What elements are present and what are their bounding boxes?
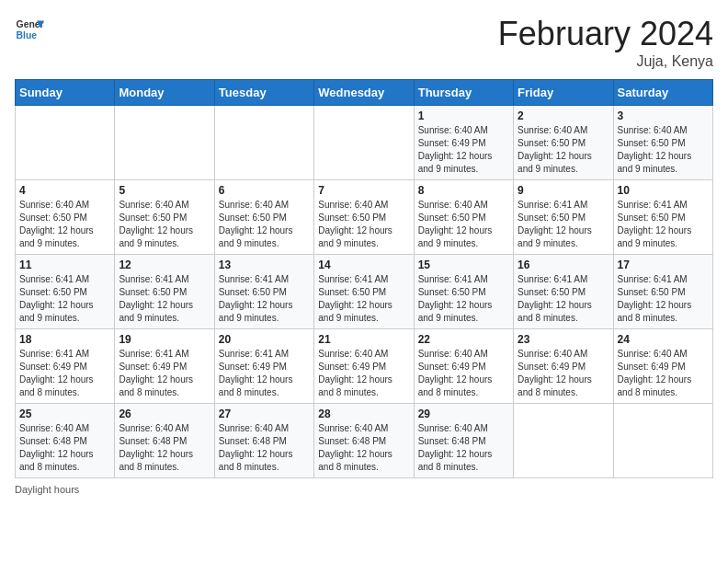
day-info: Sunrise: 6:40 AM Sunset: 6:48 PM Dayligh… [219,422,310,474]
calendar-cell: 1Sunrise: 6:40 AM Sunset: 6:49 PM Daylig… [414,106,513,180]
day-info: Sunrise: 6:40 AM Sunset: 6:48 PM Dayligh… [19,422,110,474]
calendar-cell: 8Sunrise: 6:40 AM Sunset: 6:50 PM Daylig… [414,180,513,255]
calendar-cell: 21Sunrise: 6:40 AM Sunset: 6:49 PM Dayli… [314,329,414,404]
header-friday: Friday [514,80,613,106]
calendar-cell: 27Sunrise: 6:40 AM Sunset: 6:48 PM Dayli… [214,404,313,478]
day-info: Sunrise: 6:40 AM Sunset: 6:50 PM Dayligh… [19,199,110,250]
header-saturday: Saturday [613,80,712,106]
calendar-table: SundayMondayTuesdayWednesdayThursdayFrid… [15,79,713,478]
calendar-cell: 15Sunrise: 6:41 AM Sunset: 6:50 PM Dayli… [414,255,513,329]
page-title: February 2024 [498,15,713,53]
day-number: 1 [418,109,509,122]
calendar-cell: 14Sunrise: 6:41 AM Sunset: 6:50 PM Dayli… [314,255,414,329]
day-number: 7 [318,184,409,197]
calendar-cell: 11Sunrise: 6:41 AM Sunset: 6:50 PM Dayli… [16,255,115,329]
calendar-cell: 28Sunrise: 6:40 AM Sunset: 6:48 PM Dayli… [314,404,414,478]
calendar-week-4: 18Sunrise: 6:41 AM Sunset: 6:49 PM Dayli… [16,329,713,404]
calendar-cell: 4Sunrise: 6:40 AM Sunset: 6:50 PM Daylig… [16,180,115,255]
calendar-cell [514,404,613,478]
day-info: Sunrise: 6:41 AM Sunset: 6:49 PM Dayligh… [19,348,110,399]
day-number: 20 [219,333,310,346]
day-number: 6 [219,184,310,197]
calendar-cell: 7Sunrise: 6:40 AM Sunset: 6:50 PM Daylig… [314,180,414,255]
day-info: Sunrise: 6:41 AM Sunset: 6:50 PM Dayligh… [19,273,110,325]
calendar-cell: 24Sunrise: 6:40 AM Sunset: 6:49 PM Dayli… [613,329,712,404]
calendar-week-2: 4Sunrise: 6:40 AM Sunset: 6:50 PM Daylig… [16,180,713,255]
day-info: Sunrise: 6:40 AM Sunset: 6:48 PM Dayligh… [418,422,509,474]
day-info: Sunrise: 6:41 AM Sunset: 6:50 PM Dayligh… [318,273,409,325]
day-info: Sunrise: 6:41 AM Sunset: 6:50 PM Dayligh… [219,273,310,325]
calendar-header-row: SundayMondayTuesdayWednesdayThursdayFrid… [16,80,713,106]
day-number: 15 [418,259,509,271]
day-number: 14 [318,259,409,271]
logo-icon: General Blue [15,15,44,44]
day-number: 2 [518,109,609,122]
day-number: 25 [19,408,110,420]
calendar-cell: 18Sunrise: 6:41 AM Sunset: 6:49 PM Dayli… [16,329,115,404]
calendar-cell: 20Sunrise: 6:41 AM Sunset: 6:49 PM Dayli… [214,329,313,404]
title-block: February 2024 Juja, Kenya [498,15,713,70]
page-header: General Blue February 2024 Juja, Kenya [15,15,713,70]
day-number: 4 [19,184,110,197]
calendar-cell: 16Sunrise: 6:41 AM Sunset: 6:50 PM Dayli… [514,255,613,329]
day-number: 29 [418,408,509,420]
calendar-cell: 23Sunrise: 6:40 AM Sunset: 6:49 PM Dayli… [514,329,613,404]
page-subtitle: Juja, Kenya [498,53,713,70]
calendar-cell [16,106,115,180]
day-info: Sunrise: 6:40 AM Sunset: 6:49 PM Dayligh… [418,348,509,399]
day-number: 18 [19,333,110,346]
calendar-cell [314,106,414,180]
day-info: Sunrise: 6:41 AM Sunset: 6:49 PM Dayligh… [119,348,210,399]
calendar-cell: 10Sunrise: 6:41 AM Sunset: 6:50 PM Dayli… [613,180,712,255]
header-thursday: Thursday [414,80,513,106]
calendar-cell: 22Sunrise: 6:40 AM Sunset: 6:49 PM Dayli… [414,329,513,404]
day-info: Sunrise: 6:41 AM Sunset: 6:50 PM Dayligh… [119,273,210,325]
day-number: 27 [219,408,310,420]
day-info: Sunrise: 6:40 AM Sunset: 6:50 PM Dayligh… [318,199,409,250]
header-sunday: Sunday [16,80,115,106]
day-number: 3 [618,109,709,122]
day-info: Sunrise: 6:40 AM Sunset: 6:50 PM Dayligh… [518,124,609,176]
day-info: Sunrise: 6:40 AM Sunset: 6:50 PM Dayligh… [418,199,509,250]
day-number: 21 [318,333,409,346]
day-number: 28 [318,408,409,420]
calendar-cell [613,404,712,478]
calendar-week-3: 11Sunrise: 6:41 AM Sunset: 6:50 PM Dayli… [16,255,713,329]
logo: General Blue [15,15,44,44]
day-info: Sunrise: 6:40 AM Sunset: 6:49 PM Dayligh… [318,348,409,399]
day-info: Sunrise: 6:41 AM Sunset: 6:50 PM Dayligh… [618,273,709,325]
day-info: Sunrise: 6:41 AM Sunset: 6:50 PM Dayligh… [618,199,709,250]
day-number: 19 [119,333,210,346]
calendar-cell: 26Sunrise: 6:40 AM Sunset: 6:48 PM Dayli… [115,404,214,478]
calendar-cell [115,106,214,180]
calendar-cell: 3Sunrise: 6:40 AM Sunset: 6:50 PM Daylig… [613,106,712,180]
day-number: 9 [518,184,609,197]
day-number: 13 [219,259,310,271]
day-info: Sunrise: 6:40 AM Sunset: 6:48 PM Dayligh… [318,422,409,474]
calendar-cell: 29Sunrise: 6:40 AM Sunset: 6:48 PM Dayli… [414,404,513,478]
day-number: 12 [119,259,210,271]
calendar-week-5: 25Sunrise: 6:40 AM Sunset: 6:48 PM Dayli… [16,404,713,478]
calendar-cell: 5Sunrise: 6:40 AM Sunset: 6:50 PM Daylig… [115,180,214,255]
calendar-cell: 19Sunrise: 6:41 AM Sunset: 6:49 PM Dayli… [115,329,214,404]
day-number: 24 [618,333,709,346]
calendar-cell [214,106,313,180]
day-info: Sunrise: 6:40 AM Sunset: 6:50 PM Dayligh… [618,124,709,176]
day-info: Sunrise: 6:40 AM Sunset: 6:49 PM Dayligh… [518,348,609,399]
calendar-cell: 25Sunrise: 6:40 AM Sunset: 6:48 PM Dayli… [16,404,115,478]
calendar-cell: 2Sunrise: 6:40 AM Sunset: 6:50 PM Daylig… [514,106,613,180]
header-tuesday: Tuesday [214,80,313,106]
day-number: 23 [518,333,609,346]
day-number: 17 [618,259,709,271]
day-info: Sunrise: 6:40 AM Sunset: 6:50 PM Dayligh… [119,199,210,250]
day-number: 22 [418,333,509,346]
day-info: Sunrise: 6:40 AM Sunset: 6:49 PM Dayligh… [418,124,509,176]
day-number: 16 [518,259,609,271]
calendar-cell: 13Sunrise: 6:41 AM Sunset: 6:50 PM Dayli… [214,255,313,329]
day-info: Sunrise: 6:40 AM Sunset: 6:48 PM Dayligh… [119,422,210,474]
header-wednesday: Wednesday [314,80,414,106]
svg-text:Blue: Blue [17,30,38,40]
calendar-week-1: 1Sunrise: 6:40 AM Sunset: 6:49 PM Daylig… [16,106,713,180]
day-number: 10 [618,184,709,197]
day-info: Sunrise: 6:41 AM Sunset: 6:50 PM Dayligh… [418,273,509,325]
